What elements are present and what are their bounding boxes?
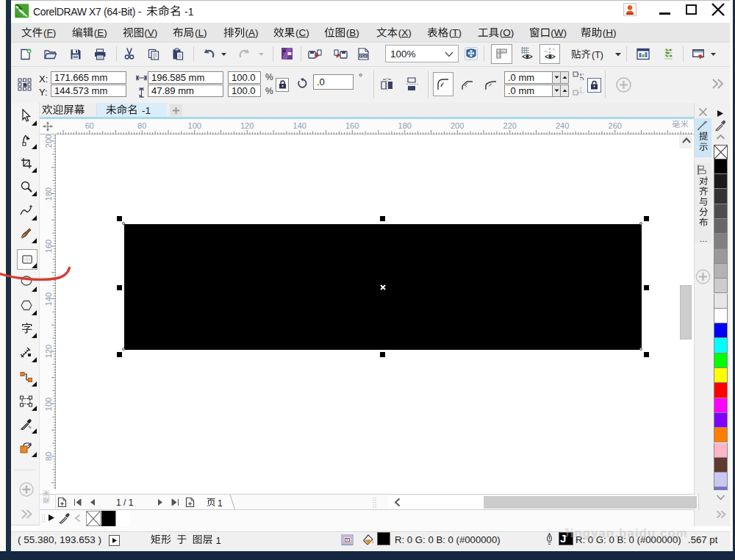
svg-text:PDF: PDF [360, 54, 368, 58]
